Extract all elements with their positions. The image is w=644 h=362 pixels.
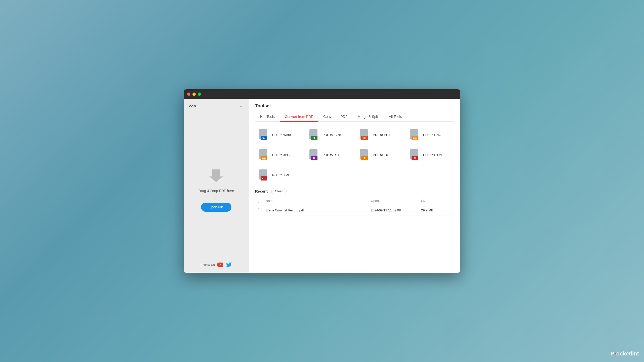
open-file-button[interactable]: Open File (201, 203, 231, 212)
tabs-bar: Hot Tools Convert from PDF Convert to PD… (255, 112, 454, 122)
svg-point-26 (414, 157, 416, 159)
version-label: V2.8 (189, 104, 196, 108)
tool-label-pdf-to-txt: PDF to TXT (373, 153, 390, 157)
recent-label: Recent (255, 189, 268, 193)
pdf-to-excel-icon: X (309, 129, 319, 141)
tool-pdf-to-rtf[interactable]: R PDF to RTF (305, 146, 354, 164)
close-button[interactable] (187, 93, 190, 96)
watermark-p: P (611, 350, 614, 357)
tool-pdf-to-excel[interactable]: X PDF to Excel (305, 126, 354, 144)
svg-rect-14 (413, 137, 417, 140)
tool-pdf-to-ppt[interactable]: PDF to PPT (356, 126, 404, 144)
tool-pdf-to-jpg[interactable]: PDF to JPG (255, 146, 303, 164)
tab-all-tools[interactable]: All Tools (384, 112, 407, 122)
traffic-lights (187, 93, 201, 96)
table-row[interactable]: Elena Criminal Record.pdf 2024/09/12 11:… (255, 205, 454, 215)
select-all-checkbox[interactable] (258, 199, 262, 203)
toolset-title: Toolset (255, 103, 454, 109)
header-check (258, 199, 266, 203)
recent-table: Name Opened Size Elena Criminal Record.p… (255, 197, 454, 273)
svg-text:T: T (364, 157, 366, 160)
tab-merge-split[interactable]: Merge & Split (352, 112, 384, 122)
pdf-to-jpg-icon (259, 149, 269, 161)
tool-label-pdf-to-excel: PDF to Excel (323, 133, 342, 137)
pdf-to-png-icon (410, 129, 420, 141)
clear-button[interactable]: Clear (271, 188, 287, 194)
drop-text: Drag & Drop PDF here (198, 189, 234, 193)
tool-label-pdf-to-jpg: PDF to JPG (272, 153, 290, 157)
svg-marker-1 (209, 169, 223, 182)
header-size: Size (421, 199, 451, 203)
twitter-icon[interactable] (226, 262, 232, 268)
pdf-to-xml-icon: </> (259, 169, 269, 181)
or-text: or (215, 196, 218, 200)
tool-label-pdf-to-xml: PDF to XML (272, 173, 290, 177)
tool-label-pdf-to-rtf: PDF to RTF (323, 153, 340, 157)
watermark: P•ocketlint (611, 350, 639, 357)
svg-text:</>: </> (262, 177, 265, 180)
youtube-icon[interactable] (217, 262, 223, 268)
sidebar: V2.8 Drag & Drop PDF here or (184, 99, 249, 273)
tab-convert-to-pdf[interactable]: Convert to PDF (318, 112, 352, 122)
tool-label-pdf-to-png: PDF to PNG (423, 133, 441, 137)
tools-grid: W PDF to Word X PDF to Excel (249, 122, 460, 188)
app-body: V2.8 Drag & Drop PDF here or (184, 99, 460, 273)
watermark-dot: • (614, 350, 616, 357)
file-size: 29.9 MB (421, 208, 451, 212)
pdf-to-html-icon (410, 149, 420, 161)
tool-pdf-to-html[interactable]: PDF to HTML (406, 146, 454, 164)
pdf-to-rtf-icon: R (309, 149, 319, 161)
svg-text:X: X (313, 137, 315, 140)
minimize-button[interactable] (192, 93, 196, 96)
toolset-header: Toolset Hot Tools Convert from PDF Conve… (249, 99, 460, 122)
tool-pdf-to-word[interactable]: W PDF to Word (255, 126, 303, 144)
watermark-ocketlint: ocketlint (616, 350, 639, 357)
svg-point-11 (364, 138, 365, 139)
recent-header: Recent Clear (255, 188, 454, 194)
pdf-to-ppt-icon (359, 129, 370, 141)
main-panel: Toolset Hot Tools Convert from PDF Conve… (249, 99, 460, 273)
svg-point-0 (240, 106, 242, 107)
header-opened: Opened (371, 199, 421, 203)
header-name: Name (266, 199, 371, 203)
maximize-button[interactable] (198, 93, 201, 96)
row-checkbox[interactable] (258, 208, 262, 212)
tool-label-pdf-to-ppt: PDF to PPT (373, 133, 390, 137)
sidebar-top: V2.8 (189, 104, 244, 111)
table-header: Name Opened Size (255, 197, 454, 205)
file-opened: 2024/09/12 11:52:08 (371, 208, 421, 212)
tool-pdf-to-txt[interactable]: T PDF to TXT (356, 146, 404, 164)
settings-icon[interactable] (238, 104, 244, 111)
pdf-to-txt-icon: T (359, 149, 370, 161)
pdf-to-word-icon: W (259, 129, 269, 141)
titlebar (184, 89, 460, 99)
svg-rect-17 (262, 157, 266, 160)
svg-text:W: W (262, 137, 265, 140)
tab-convert-from-pdf[interactable]: Convert from PDF (280, 112, 318, 122)
follow-us-label: Follow Us (200, 263, 215, 267)
file-name: Elena Criminal Record.pdf (266, 208, 371, 212)
tool-label-pdf-to-word: PDF to Word (272, 133, 291, 137)
sidebar-footer: Follow Us (200, 262, 232, 268)
recent-section: Recent Clear Name Opened Size (249, 188, 460, 273)
svg-text:R: R (313, 157, 315, 160)
tab-hot-tools[interactable]: Hot Tools (255, 112, 280, 122)
tool-pdf-to-png[interactable]: PDF to PNG (406, 126, 454, 144)
row-check (258, 208, 266, 212)
tool-pdf-to-xml[interactable]: </> PDF to XML (255, 166, 303, 184)
drop-icon (206, 166, 226, 186)
tool-label-pdf-to-html: PDF to HTML (423, 153, 443, 157)
app-window: V2.8 Drag & Drop PDF here or (184, 89, 460, 273)
drop-area[interactable]: Drag & Drop PDF here or Open File (198, 121, 234, 257)
